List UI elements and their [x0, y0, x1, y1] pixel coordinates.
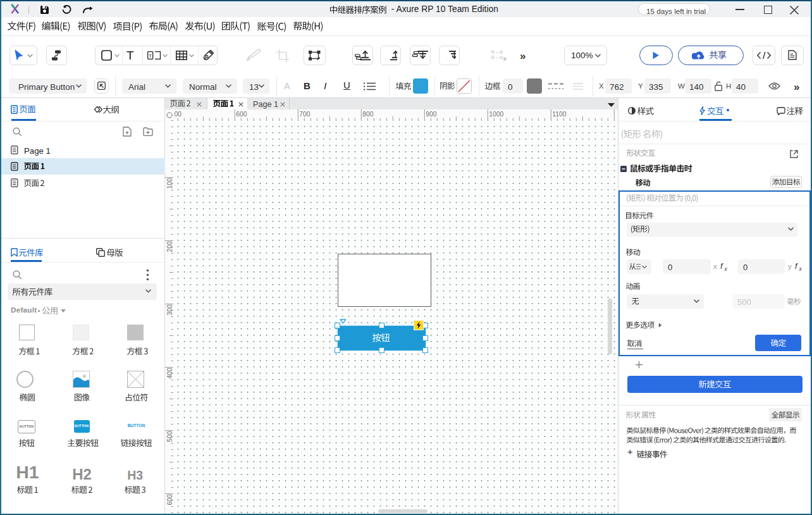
- svg-text:600: 600: [236, 111, 247, 118]
- svg-text:700: 700: [299, 111, 310, 118]
- svg-text:1000: 1000: [489, 111, 503, 118]
- svg-text:300: 300: [166, 304, 173, 315]
- svg-text:500: 500: [166, 431, 173, 442]
- svg-text:800: 800: [362, 111, 373, 118]
- svg-text:400: 400: [166, 368, 173, 378]
- svg-text:T: T: [149, 53, 152, 59]
- svg-text:1100: 1100: [552, 111, 566, 118]
- svg-text:900: 900: [426, 111, 436, 118]
- svg-text:00: 00: [175, 111, 182, 118]
- svg-text:100: 100: [166, 178, 173, 189]
- svg-text:600: 600: [166, 494, 173, 505]
- svg-text:200: 200: [166, 241, 173, 252]
